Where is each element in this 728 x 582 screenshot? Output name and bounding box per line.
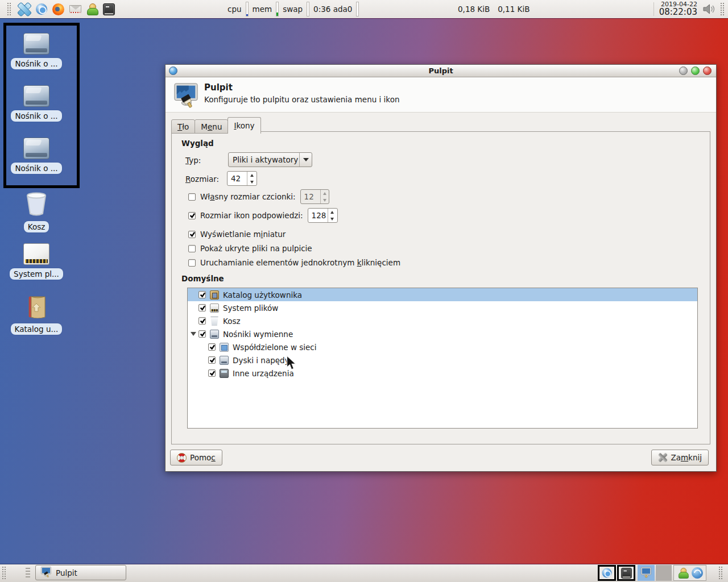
tray-item-terminal[interactable] [617, 565, 635, 581]
clock[interactable]: 2019-04-22 08:22:03 [659, 1, 697, 16]
desktop-icon-removable-3[interactable]: Nośnik o ... [5, 138, 68, 174]
help-button[interactable]: Pomoc [170, 450, 222, 465]
desktop-icon-label: Katalog u... [11, 323, 63, 335]
task-button-pulpit[interactable]: Pulpit [35, 565, 126, 580]
pulpit-settings-window: Pulpit [165, 64, 717, 472]
desktop-icon-trash[interactable]: Kosz [5, 192, 68, 232]
close-window-button[interactable] [703, 66, 712, 75]
row-checkbox[interactable] [198, 330, 206, 338]
default-icons-tree[interactable]: Katalog użytkownika System plików Kosz [187, 288, 698, 429]
row-checkbox[interactable] [198, 291, 206, 298]
user-switch-icon[interactable] [678, 568, 688, 579]
taskbar-grip-right[interactable] [718, 566, 723, 580]
desktop-icon-removable-1[interactable]: Nośnik o ... [5, 33, 68, 69]
desktop-icon-removable-2[interactable]: Nośnik o ... [5, 85, 68, 122]
spin-up-button[interactable] [328, 209, 337, 215]
dialog-header-title: Pulpit [204, 82, 233, 93]
firefox-icon[interactable] [52, 3, 64, 15]
row-checkbox[interactable] [198, 317, 206, 325]
font-size-input[interactable] [301, 190, 320, 203]
help-button-label: Pomoc [190, 453, 216, 462]
top-panel: cpu mem swap 0:36 ada0 0,18 KiB 0,11 KiB… [0, 0, 728, 19]
disk-monitor-label: 0:36 ada0 [313, 5, 352, 14]
hidden-files-checkbox[interactable] [188, 245, 196, 252]
mem-monitor-bar[interactable] [276, 2, 279, 16]
tab-ikony[interactable]: Ikony [228, 117, 260, 134]
window-list-handle[interactable] [26, 568, 30, 578]
tray-item-group[interactable] [673, 565, 706, 581]
swap-monitor-bar[interactable] [307, 2, 309, 16]
tray-item-desktop-settings[interactable] [638, 565, 655, 581]
desktop-icon-filesystem[interactable]: System pl... [5, 243, 68, 280]
home-folder-icon [210, 290, 219, 300]
chromium-icon [602, 568, 612, 578]
disk-monitor-bar[interactable] [356, 2, 359, 16]
tree-row-filesystem[interactable]: System plików [188, 301, 697, 314]
tree-row-home[interactable]: Katalog użytkownika [188, 288, 697, 301]
tree-row-other-devices[interactable]: Inne urządzenia [188, 367, 697, 380]
user-switch-icon[interactable] [86, 3, 98, 15]
network-share-icon [220, 343, 229, 352]
xfce-menu-icon[interactable] [17, 2, 31, 16]
desktop-settings-icon [40, 566, 52, 579]
taskbar: Pulpit [0, 564, 728, 582]
icon-type-value: Pliki i aktywatory [229, 155, 299, 164]
tree-row-trash[interactable]: Kosz [188, 314, 697, 327]
spin-down-button[interactable] [328, 215, 337, 222]
chromium-icon[interactable] [36, 3, 47, 15]
row-checkbox[interactable] [208, 343, 216, 351]
tooltip-icon-size-checkbox[interactable] [188, 212, 196, 219]
row-checkbox[interactable] [208, 369, 216, 377]
speaker-icon[interactable] [702, 3, 715, 15]
tooltip-size-spinner[interactable] [308, 208, 338, 223]
maximize-button[interactable] [691, 66, 700, 75]
tab-menu[interactable]: Menu [195, 119, 228, 134]
cpu-monitor-bar[interactable] [246, 2, 249, 16]
thumbnails-checkbox[interactable] [188, 231, 196, 238]
network-up-value: 0,11 KiB [498, 5, 530, 14]
font-size-spinner[interactable] [300, 189, 329, 204]
tray-item-chromium[interactable] [598, 565, 616, 581]
spin-down-button[interactable] [247, 178, 256, 185]
desktop-icon-home[interactable]: Katalog u... [5, 294, 68, 335]
spin-down-button[interactable] [321, 197, 329, 203]
terminal-icon[interactable] [103, 3, 115, 15]
thumbnails-row: Wyświetlanie miniatur [188, 228, 286, 240]
spin-up-button[interactable] [321, 190, 329, 197]
single-click-checkbox[interactable] [188, 259, 196, 267]
thumbnails-label: Wyświetlanie miniatur [200, 230, 286, 239]
custom-font-size-checkbox[interactable] [188, 193, 196, 201]
mail-icon[interactable] [69, 5, 81, 14]
desktop-settings-icon [640, 567, 652, 580]
tooltip-size-input[interactable] [308, 209, 328, 222]
row-checkbox[interactable] [208, 356, 216, 364]
expander-icon[interactable] [191, 332, 196, 336]
thunderbird-icon[interactable] [692, 567, 703, 579]
tab-tlo[interactable]: Tło [171, 119, 195, 134]
spin-up-button[interactable] [247, 172, 256, 178]
panel-grip[interactable] [7, 2, 12, 16]
tray-item-empty [656, 565, 672, 581]
tree-row-network-shares[interactable]: Współdzielone w sieci [188, 340, 697, 354]
tree-row-removable[interactable]: Nośniki wymienne [188, 327, 697, 340]
tree-row-label: Nośniki wymienne [223, 330, 293, 339]
row-checkbox[interactable] [198, 304, 206, 311]
single-click-row: Uruchamianie elementów jednokrotnym klik… [188, 256, 400, 269]
window-menu-button[interactable] [169, 66, 177, 75]
panel-grip-right[interactable] [720, 2, 725, 16]
minimize-button[interactable] [679, 66, 688, 75]
taskbar-grip[interactable] [2, 566, 7, 580]
tree-row-disks[interactable]: Dyski i napędy [188, 354, 697, 367]
icon-size-spinner[interactable] [227, 171, 257, 186]
device-icon [220, 369, 229, 378]
dialog-header: Pulpit Konfiguruje tło pulpitu oraz usta… [166, 77, 716, 113]
trash-icon [26, 192, 47, 218]
window-titlebar[interactable]: Pulpit [166, 65, 716, 77]
close-button[interactable]: Zamknij [651, 450, 709, 465]
close-button-label: Zamknij [671, 453, 702, 462]
icon-size-input[interactable] [228, 172, 247, 185]
custom-font-size-label: Własny rozmiar czcionki: [200, 192, 296, 201]
panel-separator [653, 2, 654, 16]
dropdown-arrow-button[interactable] [299, 153, 312, 167]
icon-type-dropdown[interactable]: Pliki i aktywatory [228, 152, 312, 167]
